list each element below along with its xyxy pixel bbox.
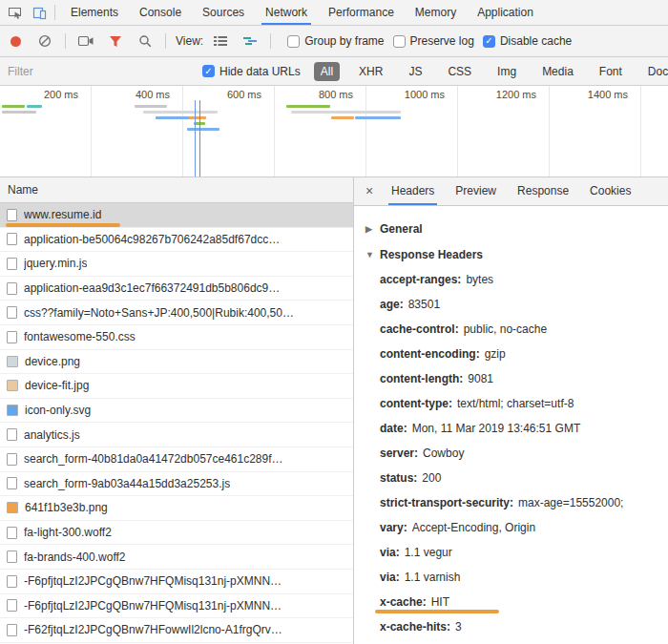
checkbox-label: Disable cache [500, 34, 572, 48]
tab-memory[interactable]: Memory [405, 0, 467, 25]
checkbox-hide-data-urls[interactable]: Hide data URLs [202, 65, 301, 78]
details-tabbar: × HeadersPreviewResponseCookies [354, 177, 668, 206]
tab-performance[interactable]: Performance [318, 0, 405, 25]
request-name: -F62fjtqLzI2JPCgQBnw7HFowwIl2lcno-A1frgQ… [24, 623, 282, 636]
request-row[interactable]: jquery.min.js [0, 252, 353, 277]
header-name: x-cache: [380, 595, 427, 609]
tab-console[interactable]: Console [129, 0, 192, 25]
request-row[interactable]: device-fit.jpg [0, 374, 353, 399]
screenshot-icon[interactable] [73, 29, 98, 53]
divider [54, 5, 55, 20]
checkbox-box[interactable] [202, 65, 215, 77]
checkbox-label: Group by frame [304, 34, 384, 48]
request-row[interactable]: analytics.js [0, 423, 353, 447]
checkbox-disable-cache[interactable]: Disable cache [483, 34, 572, 48]
name-column-header[interactable]: Name [0, 177, 353, 203]
clear-icon[interactable] [32, 29, 57, 53]
document-file-icon [7, 624, 17, 636]
request-row[interactable]: device.png [0, 350, 353, 375]
checkbox-box[interactable] [483, 35, 495, 48]
filter-bar: Hide data URLs AllXHRJSCSSImgMediaFontDo… [0, 57, 668, 86]
details-tab-cookies[interactable]: Cookies [579, 177, 641, 205]
filter-pill-media[interactable]: Media [535, 62, 580, 81]
filter-icon[interactable] [103, 29, 128, 53]
header-value: 3 [455, 620, 462, 634]
response-header-row: vary:Accept-Encoding, Origin [365, 515, 668, 540]
device-toolbar-icon[interactable] [27, 0, 52, 25]
request-row[interactable]: application-be50064c98267b706242a85df67d… [0, 228, 353, 253]
request-row[interactable]: search_form-40b81da0a41472db057ce461c289… [0, 447, 353, 472]
devtools-tabbar: ElementsConsoleSourcesNetworkPerformance… [0, 0, 668, 26]
record-icon[interactable] [10, 36, 21, 47]
response-header-row: content-length:9081 [365, 366, 668, 391]
document-file-icon [7, 282, 17, 295]
request-list-panel: Name www.resume.idapplication-be50064c98… [0, 177, 354, 644]
header-value: max-age=15552000; [518, 496, 623, 509]
tab-application[interactable]: Application [467, 0, 544, 25]
request-name: 641f1b3e3b.png [25, 501, 108, 514]
document-file-icon [7, 233, 17, 245]
checkbox-preserve-log[interactable]: Preserve log [393, 34, 474, 48]
filter-pill-font[interactable]: Font [593, 62, 629, 81]
request-row[interactable]: search_form-9ab03a44a15dd3a25253.js [0, 472, 353, 497]
request-row[interactable]: -F6pfjtqLzI2JPCgQBnw7HFQMisq131nj-pXMNN… [0, 570, 353, 594]
filter-pill-js[interactable]: JS [402, 62, 428, 81]
request-row[interactable]: www.resume.id [0, 203, 353, 228]
checkbox-box[interactable] [393, 35, 406, 48]
request-row[interactable]: fa-brands-400.woff2 [0, 545, 353, 570]
inspect-icon[interactable] [2, 0, 27, 25]
request-row[interactable]: fa-light-300.woff2 [0, 521, 353, 546]
request-row[interactable]: fontawesome-550.css [0, 325, 353, 350]
waterfall-bar [135, 105, 167, 108]
waterfall-bar [286, 105, 330, 108]
checkbox-box[interactable] [287, 35, 300, 48]
section-general[interactable]: ▶General [365, 216, 668, 241]
network-overview-timeline[interactable]: 200 ms400 ms600 ms800 ms1000 ms1200 ms14… [0, 86, 668, 177]
checkbox-group-by-frame[interactable]: Group by frame [287, 34, 384, 48]
filter-pill-css[interactable]: CSS [441, 62, 478, 81]
response-header-row: via:1.1 vegur [365, 540, 668, 565]
waterfall-bar [189, 116, 206, 119]
header-value: 9081 [468, 372, 493, 385]
filter-pill-all[interactable]: All [314, 62, 340, 81]
request-row[interactable]: -F62fjtqLzI2JPCgQBnw7HFowwIl2lcno-A1frgQ… [0, 618, 353, 643]
response-header-row: x-cache-hits:3 [365, 614, 668, 639]
filter-input[interactable] [8, 65, 194, 78]
request-row[interactable]: 641f1b3e3b.png [0, 496, 353, 521]
image-file-icon [7, 356, 18, 367]
filter-pill-img[interactable]: Img [491, 62, 523, 81]
request-row[interactable]: icon-only.svg [0, 399, 353, 424]
triangle-right-icon: ▶ [365, 224, 380, 234]
tab-sources[interactable]: Sources [192, 0, 255, 25]
document-file-icon [7, 428, 17, 441]
request-name: device-fit.jpg [25, 379, 89, 392]
overview-icon[interactable] [238, 29, 262, 53]
section-response-headers[interactable]: ▼Response Headers [365, 241, 668, 267]
filter-pill-xhr[interactable]: XHR [352, 62, 389, 81]
details-tab-response[interactable]: Response [507, 177, 579, 205]
tab-network[interactable]: Network [255, 0, 318, 25]
header-name: content-encoding: [380, 347, 480, 361]
list-view-icon[interactable] [208, 29, 233, 53]
timeline-event-line [199, 100, 200, 177]
close-details-icon[interactable]: × [358, 177, 381, 205]
header-name: vary: [380, 521, 407, 534]
tab-elements[interactable]: Elements [60, 0, 129, 25]
request-name: www.resume.id [24, 208, 101, 221]
waterfall-bar [2, 111, 36, 114]
request-name: jquery.min.js [24, 257, 87, 270]
filter-pill-doc[interactable]: Doc [641, 62, 668, 81]
response-header-row: via:1.1 varnish [365, 565, 668, 590]
timeline-event-line [195, 100, 196, 177]
checkbox-label: Preserve log [410, 34, 474, 48]
request-row[interactable]: application-eaa9d3c1ec7f66372491db5b806d… [0, 277, 353, 301]
details-tab-preview[interactable]: Preview [445, 177, 507, 205]
response-header-row: content-encoding:gzip [365, 342, 668, 366]
request-row[interactable]: -F6pfjtqLzI2JPCgQBnw7HFQMisq131nj-pXMNN… [0, 594, 353, 619]
request-row[interactable]: css??family=Noto+Sans+JP:400,500|Rubik:4… [0, 301, 353, 325]
search-icon[interactable] [133, 29, 157, 53]
header-value: Cowboy [423, 447, 464, 460]
details-tab-headers[interactable]: Headers [381, 177, 445, 205]
document-file-icon [7, 575, 17, 588]
waterfall-bar [27, 105, 42, 108]
